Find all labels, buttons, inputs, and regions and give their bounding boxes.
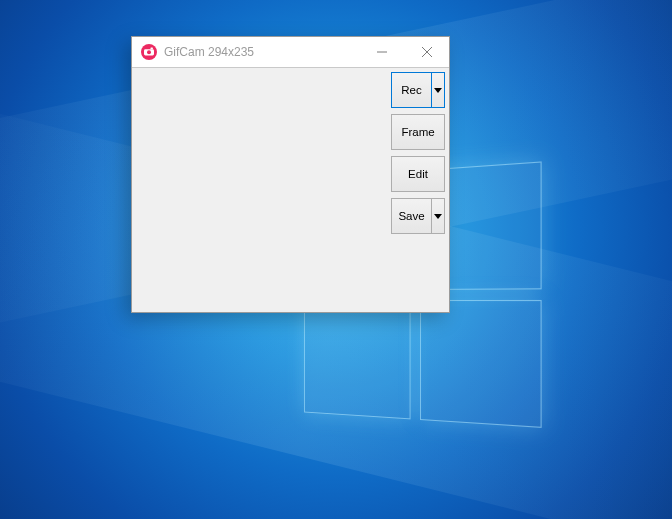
edit-button-label: Edit bbox=[392, 157, 444, 191]
desktop-wallpaper: GifCam 294x235 Rec bbox=[0, 0, 672, 519]
close-button[interactable] bbox=[404, 37, 449, 67]
rec-button-label: Rec bbox=[392, 73, 431, 107]
camera-icon bbox=[140, 43, 158, 61]
app-window[interactable]: GifCam 294x235 Rec bbox=[131, 36, 450, 313]
save-button-label: Save bbox=[392, 199, 431, 233]
sidebar: Rec Frame Edit Save bbox=[391, 72, 445, 234]
minimize-button[interactable] bbox=[359, 37, 404, 67]
frame-button[interactable]: Frame bbox=[391, 114, 445, 150]
save-dropdown[interactable] bbox=[431, 199, 444, 233]
svg-marker-7 bbox=[434, 88, 442, 93]
svg-marker-8 bbox=[434, 214, 442, 219]
client-area: Rec Frame Edit Save bbox=[132, 67, 449, 312]
rec-dropdown[interactable] bbox=[431, 73, 444, 107]
window-title: GifCam 294x235 bbox=[164, 45, 359, 59]
titlebar[interactable]: GifCam 294x235 bbox=[132, 37, 449, 67]
close-icon bbox=[422, 47, 432, 57]
save-button[interactable]: Save bbox=[391, 198, 445, 234]
minimize-icon bbox=[377, 47, 387, 57]
chevron-down-icon bbox=[434, 212, 442, 220]
frame-button-label: Frame bbox=[392, 115, 444, 149]
edit-button[interactable]: Edit bbox=[391, 156, 445, 192]
svg-rect-3 bbox=[151, 48, 153, 50]
chevron-down-icon bbox=[434, 86, 442, 94]
svg-point-2 bbox=[147, 50, 151, 54]
rec-button[interactable]: Rec bbox=[391, 72, 445, 108]
